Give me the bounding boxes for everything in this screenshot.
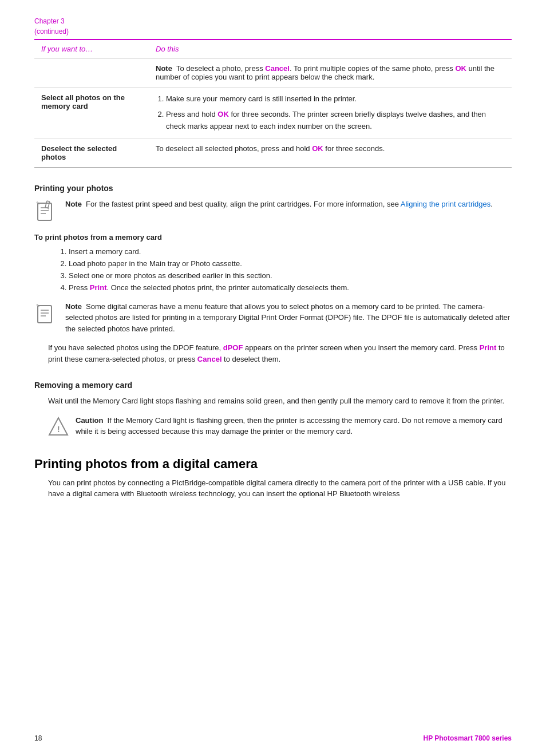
page: Chapter 3 (continued) If you want to… Do… bbox=[0, 0, 546, 756]
print-highlight: Print bbox=[90, 283, 107, 292]
caution-icon: ! bbox=[48, 416, 70, 438]
print-step-2: Load photo paper in the Main tray or Pho… bbox=[69, 258, 512, 270]
main-table: If you want to… Do this Note To deselect… bbox=[34, 39, 512, 168]
note-content-2: Note Some digital cameras have a menu fe… bbox=[65, 301, 512, 335]
print-highlight2: Print bbox=[480, 343, 497, 352]
caution-content: Caution If the Memory Card light is flas… bbox=[76, 415, 512, 437]
print-step-4: Press Print. Once the selected photos pr… bbox=[69, 282, 512, 294]
note-label-1: Note bbox=[65, 200, 82, 208]
table-cell-col2: Note To deselect a photo, press Cancel. … bbox=[149, 58, 512, 88]
note-icon-2: ✎ bbox=[34, 302, 60, 325]
table-cell-select-all: Select all photos on the memory card bbox=[34, 88, 149, 138]
removing-body: Wait until the Memory Card light stops f… bbox=[48, 395, 512, 407]
svg-text:!: ! bbox=[57, 425, 60, 434]
table-header-col1: If you want to… bbox=[34, 39, 149, 58]
svg-marker-5 bbox=[48, 208, 49, 210]
printing-photos-heading: Printing your photos bbox=[34, 184, 512, 193]
svg-text:✎: ✎ bbox=[36, 201, 40, 206]
svg-text:✎: ✎ bbox=[36, 303, 40, 308]
print-steps-list: Insert a memory card. Load photo paper i… bbox=[69, 246, 512, 294]
print-step-1: Insert a memory card. bbox=[69, 246, 512, 258]
note-icon-1: ✎ bbox=[34, 200, 60, 223]
svg-rect-4 bbox=[45, 201, 50, 208]
note-label-2: Note bbox=[65, 302, 82, 311]
table-header-col2: Do this bbox=[149, 39, 512, 58]
ok-highlight3: OK bbox=[312, 144, 323, 153]
aligning-link[interactable]: Aligning the print cartridges bbox=[401, 200, 491, 208]
ok-highlight: OK bbox=[455, 64, 466, 73]
dpof-paragraph: If you have selected photos using the DP… bbox=[48, 342, 512, 365]
footer-product-name: HP Photosmart 7800 series bbox=[423, 734, 512, 742]
table-cell-deselect: Deselect the selected photos bbox=[34, 138, 149, 168]
digital-camera-body: You can print photos by connecting a Pic… bbox=[48, 477, 512, 500]
list-item: Press and hold OK for three seconds. The… bbox=[166, 109, 505, 133]
removing-heading: Removing a memory card bbox=[34, 381, 512, 390]
chapter-label: Chapter 3 bbox=[34, 17, 512, 25]
cancel-highlight: Cancel bbox=[265, 64, 290, 73]
note-box-1: ✎ Note For the fastest print speed and b… bbox=[34, 199, 512, 223]
table-row: Select all photos on the memory card Mak… bbox=[34, 88, 512, 138]
ok-highlight2: OK bbox=[217, 110, 229, 118]
table-cell-select-all-steps: Make sure your memory card is still inse… bbox=[149, 88, 512, 138]
note-content-1: Note For the fastest print speed and bes… bbox=[65, 199, 493, 210]
table-row: Deselect the selected photos To deselect… bbox=[34, 138, 512, 168]
footer: 18 HP Photosmart 7800 series bbox=[34, 734, 512, 742]
note-label-inline: Note bbox=[156, 64, 172, 73]
note-box-2: ✎ Note Some digital cameras have a menu … bbox=[34, 301, 512, 335]
table-row: Note To deselect a photo, press Cancel. … bbox=[34, 58, 512, 88]
print-step-3: Select one or more photos as described e… bbox=[69, 270, 512, 282]
footer-page-number: 18 bbox=[34, 734, 42, 742]
digital-camera-heading: Printing photos from a digital camera bbox=[34, 457, 512, 472]
caution-box: ! Caution If the Memory Card light is fl… bbox=[48, 415, 512, 438]
table-cell-col1 bbox=[34, 58, 149, 88]
caution-label: Caution bbox=[76, 416, 103, 425]
list-item: Make sure your memory card is still inse… bbox=[166, 93, 505, 105]
cancel-highlight2: Cancel bbox=[197, 355, 222, 363]
subsection-heading-print: To print photos from a memory card bbox=[34, 233, 512, 242]
continued-label: (continued) bbox=[34, 27, 512, 35]
dpof-highlight: dPOF bbox=[223, 343, 243, 352]
table-cell-deselect-text: To deselect all selected photos, press a… bbox=[149, 138, 512, 168]
